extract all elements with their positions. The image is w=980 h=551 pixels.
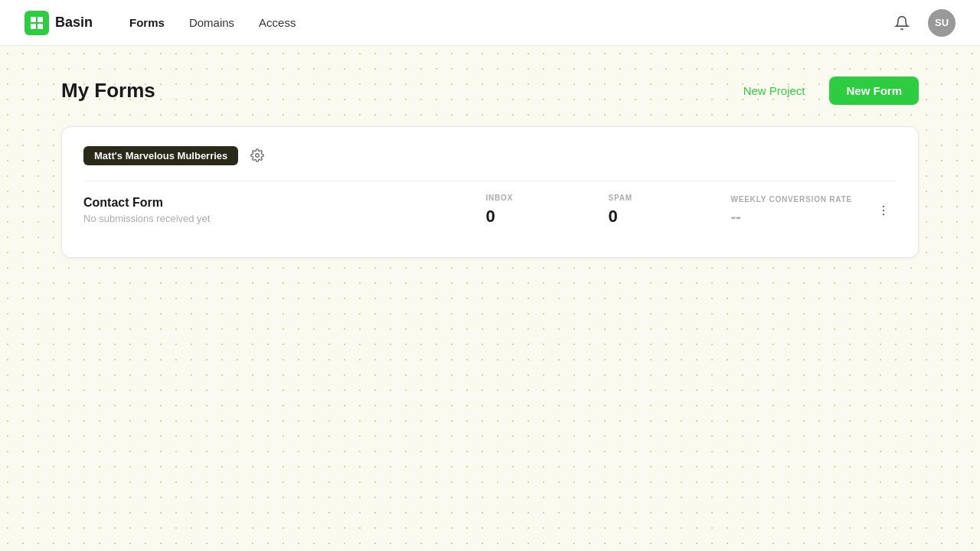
- stat-conversion: WEEKLY CONVERSION RATE --: [730, 195, 852, 226]
- svg-point-7: [883, 214, 884, 215]
- project-tag: Matt's Marvelous Mulberries: [83, 146, 238, 165]
- nav-domains[interactable]: Domains: [180, 11, 243, 34]
- svg-rect-2: [31, 24, 36, 29]
- nav-access[interactable]: Access: [250, 11, 305, 34]
- navbar: Basin Forms Domains Access SU: [0, 0, 980, 46]
- svg-point-4: [256, 154, 260, 158]
- new-form-button[interactable]: New Form: [829, 77, 919, 105]
- project-settings-button[interactable]: [247, 145, 267, 165]
- page-header: My Forms New Project New Form: [61, 77, 919, 105]
- form-name[interactable]: Contact Form: [83, 196, 485, 210]
- form-more-button[interactable]: [871, 201, 897, 220]
- logo-icon: [24, 11, 49, 35]
- spam-label: SPAM: [608, 194, 632, 202]
- svg-rect-3: [38, 24, 43, 29]
- notification-button[interactable]: [888, 9, 916, 37]
- bell-icon: [894, 15, 910, 31]
- logo-text: Basin: [55, 15, 93, 31]
- basin-logo-svg: [29, 15, 44, 31]
- forms-card: Matt's Marvelous Mulberries Contact Form…: [61, 126, 919, 258]
- svg-rect-1: [38, 17, 43, 22]
- svg-rect-0: [31, 17, 36, 22]
- inbox-label: INBOX: [485, 194, 513, 202]
- logo-link[interactable]: Basin: [24, 11, 93, 35]
- form-row: Contact Form No submissions received yet…: [83, 181, 897, 239]
- header-actions: New Project New Form: [731, 77, 919, 105]
- gear-icon: [250, 148, 264, 162]
- main-content: My Forms New Project New Form Matt's Mar…: [0, 46, 980, 289]
- avatar[interactable]: SU: [928, 9, 956, 37]
- spam-value: 0: [608, 207, 617, 227]
- inbox-value: 0: [485, 207, 495, 227]
- form-info: Contact Form No submissions received yet: [83, 196, 485, 224]
- stat-inbox: INBOX 0: [485, 194, 547, 227]
- svg-point-5: [883, 205, 884, 207]
- svg-point-6: [883, 209, 884, 210]
- project-header: Matt's Marvelous Mulberries: [83, 145, 897, 165]
- more-vertical-icon: [877, 204, 890, 217]
- conversion-value: --: [730, 208, 740, 226]
- new-project-button[interactable]: New Project: [731, 78, 818, 103]
- nav-forms[interactable]: Forms: [120, 11, 174, 34]
- page-title: My Forms: [61, 79, 155, 103]
- form-stats: INBOX 0 SPAM 0 WEEKLY CONVERSION RATE --: [485, 194, 852, 227]
- nav-links: Forms Domains Access: [120, 11, 888, 34]
- stat-spam: SPAM 0: [608, 194, 669, 227]
- navbar-right: SU: [888, 9, 956, 37]
- form-subtitle: No submissions received yet: [83, 213, 485, 224]
- conversion-label: WEEKLY CONVERSION RATE: [730, 195, 852, 204]
